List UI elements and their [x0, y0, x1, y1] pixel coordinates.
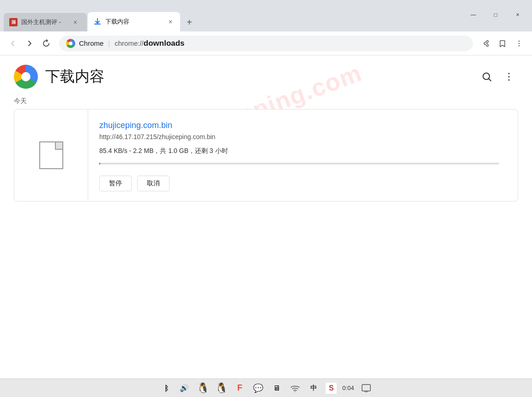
bluetooth-icon[interactable]	[159, 382, 172, 395]
restore-button[interactable]: □	[485, 7, 506, 22]
address-url: chrome://downloads	[115, 39, 184, 48]
minimize-button[interactable]: —	[463, 7, 484, 22]
tab-active-2[interactable]: 下载内容 ×	[88, 12, 180, 31]
download-progress-bar	[99, 163, 499, 165]
section-today-label: 今天	[0, 93, 532, 109]
file-icon	[39, 141, 63, 169]
page-menu-button[interactable]	[500, 67, 518, 86]
chrome-icon	[66, 39, 75, 48]
page-header-right	[478, 67, 518, 86]
downloads-page: zhujiceping.com 下载内容 今天 zhujiceping.com.…	[0, 55, 532, 379]
svg-line-4	[489, 79, 491, 81]
download-speed: 85.4 KB/s - 2.2 MB，共 1.0 GB，还剩 3 小时	[99, 147, 508, 155]
wps-icon[interactable]: S	[326, 383, 337, 394]
page-search-button[interactable]	[478, 67, 496, 86]
svg-point-0	[519, 40, 520, 41]
window-controls: — □ ×	[463, 7, 532, 31]
tab-inactive-1[interactable]: 国 国外主机测评 - ×	[4, 13, 87, 31]
chrome-logo	[14, 65, 38, 89]
svg-point-2	[519, 45, 520, 46]
notification-icon[interactable]	[360, 382, 373, 395]
toolbar: Chrome | chrome://downloads	[0, 31, 532, 55]
url-path: downloads	[144, 39, 185, 48]
page-header-left: 下载内容	[14, 65, 104, 89]
volume-icon[interactable]: 🔊	[178, 382, 191, 395]
download-filename[interactable]: zhujiceping.com.bin	[99, 121, 508, 130]
address-site-name: Chrome	[79, 39, 103, 47]
tab2-download-icon	[93, 18, 102, 26]
back-button[interactable]	[6, 36, 20, 51]
page-title: 下载内容	[45, 67, 104, 87]
svg-point-7	[508, 79, 510, 81]
download-info: zhujiceping.com.bin http://46.17.107.215…	[88, 110, 518, 201]
new-tab-button[interactable]: +	[182, 15, 197, 30]
forward-button[interactable]	[22, 36, 37, 51]
svg-point-1	[519, 43, 520, 43]
input-method-icon[interactable]: 中	[307, 382, 320, 395]
bookmark-button[interactable]	[495, 36, 510, 51]
address-bar[interactable]: Chrome | chrome://downloads	[59, 36, 473, 51]
url-scheme: chrome://	[115, 39, 144, 47]
refresh-button[interactable]	[39, 36, 54, 51]
wechat-icon[interactable]: 💬	[252, 382, 265, 395]
taskbar: 🔊 🐧 🐧 F 💬 🖥 中 S 0:04	[0, 379, 532, 397]
download-file-icon-area	[14, 110, 88, 201]
qq2-icon[interactable]: 🐧	[215, 382, 228, 395]
tab1-title: 国外主机测评 -	[21, 18, 67, 26]
tab1-close-button[interactable]: ×	[71, 18, 79, 26]
download-card: zhujiceping.com.bin http://46.17.107.215…	[14, 109, 518, 202]
svg-point-8	[295, 391, 296, 392]
wifi-icon[interactable]	[289, 382, 302, 395]
qq1-icon[interactable]: 🐧	[196, 382, 209, 395]
download-actions: 暂停 取消	[99, 176, 508, 191]
cancel-button[interactable]: 取消	[137, 176, 169, 191]
svg-rect-9	[362, 385, 370, 391]
felixos-icon[interactable]: F	[233, 382, 246, 395]
pause-button[interactable]: 暂停	[99, 176, 132, 191]
cast-icon[interactable]: 🖥	[270, 382, 283, 395]
share-button[interactable]	[478, 36, 493, 51]
titlebar: 国 国外主机测评 - × 下载内容 × + — □ ×	[0, 0, 532, 31]
address-separator: |	[108, 39, 110, 47]
tab1-favicon: 国	[9, 18, 18, 26]
tab2-title: 下载内容	[105, 18, 163, 26]
download-url: http://46.17.107.215/zhujiceping.com.bin	[99, 133, 508, 140]
chrome-menu-button[interactable]	[512, 36, 526, 51]
close-button[interactable]: ×	[507, 7, 528, 22]
page-header: 下载内容	[0, 55, 532, 93]
svg-point-6	[508, 76, 510, 78]
download-progress-fill	[99, 163, 100, 165]
tab2-close-button[interactable]: ×	[166, 18, 175, 26]
taskbar-time: 0:04	[342, 385, 354, 391]
svg-point-5	[508, 73, 510, 74]
